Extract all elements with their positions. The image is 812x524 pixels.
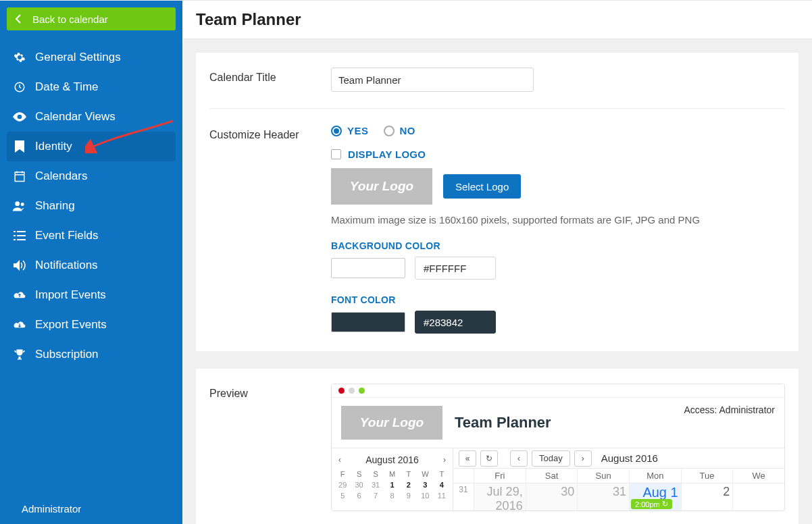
mini-day-header: W xyxy=(417,469,433,479)
display-logo-label: DISPLAY LOGO xyxy=(348,149,426,160)
week-day-header: Sat xyxy=(526,469,578,483)
preview-mini-month: ‹ August 2016 › F S S M xyxy=(332,448,453,510)
customize-header-label: Customize Header xyxy=(209,125,331,141)
sidebar: Back to calendar General Settings Date &… xyxy=(0,1,182,524)
sidebar-item-calendar-views[interactable]: Calendar Views xyxy=(0,102,182,132)
sidebar-item-label: Export Events xyxy=(35,318,107,332)
event-time: 2:00pm xyxy=(635,500,660,508)
sidebar-item-export-events[interactable]: Export Events xyxy=(0,310,182,340)
week-day-cell[interactable]: Aug 1 2:00pm ↻ xyxy=(629,483,681,510)
week-day-cell[interactable]: Jul 29, 2016 xyxy=(474,483,526,510)
clock-icon xyxy=(12,80,27,95)
svg-point-2 xyxy=(21,203,24,206)
mini-day-cell[interactable]: 4 xyxy=(434,479,450,490)
display-logo-checkbox[interactable] xyxy=(331,149,341,159)
page-header: Team Planner xyxy=(182,1,812,39)
page-title: Team Planner xyxy=(196,10,798,29)
week-day-cell[interactable] xyxy=(732,483,784,510)
sidebar-item-label: Notifications xyxy=(35,259,98,272)
week-jump-start-button[interactable]: « xyxy=(459,450,476,467)
sidebar-item-sharing[interactable]: Sharing xyxy=(0,191,182,221)
sidebar-item-label: Event Fields xyxy=(35,229,99,242)
mini-day-cell[interactable]: 31 xyxy=(367,479,384,490)
week-day-header: Tue xyxy=(681,469,733,483)
sidebar-item-general-settings[interactable]: General Settings xyxy=(0,43,182,72)
sidebar-item-label: Import Events xyxy=(35,288,106,302)
trophy-icon xyxy=(12,347,27,362)
sidebar-item-label: Calendar Views xyxy=(35,110,116,124)
calendar-icon xyxy=(12,169,27,184)
mini-day-cell[interactable]: 3 xyxy=(417,479,433,490)
chevron-left-icon xyxy=(15,14,22,24)
mini-day-header: S xyxy=(351,469,367,479)
sidebar-item-identity[interactable]: Identity xyxy=(7,132,176,161)
mini-month-label: August 2016 xyxy=(365,454,419,465)
mini-day-cell[interactable]: 2 xyxy=(401,479,417,490)
sidebar-item-calendars[interactable]: Calendars xyxy=(0,161,182,191)
mini-day-header: T xyxy=(401,469,417,479)
mini-day-cell[interactable]: 1 xyxy=(384,479,400,490)
sidebar-item-label: Identity xyxy=(35,140,72,153)
week-month-label: August 2016 xyxy=(601,452,658,464)
mini-day-cell[interactable]: 5 xyxy=(334,490,351,501)
sidebar-item-subscription[interactable]: Subscription xyxy=(0,340,182,369)
volume-icon xyxy=(12,258,27,273)
week-day-header: We xyxy=(732,469,784,483)
people-icon xyxy=(12,199,27,213)
sidebar-item-notifications[interactable]: Notifications xyxy=(0,251,182,280)
mini-day-cell[interactable]: 29 xyxy=(334,479,351,490)
mini-day-cell[interactable]: 11 xyxy=(434,490,450,501)
mini-prev-month[interactable]: ‹ xyxy=(336,454,344,466)
preview-week-view: « ↻ ‹ Today › August 2016 xyxy=(453,448,784,510)
mini-day-cell[interactable]: 10 xyxy=(417,490,433,501)
customize-header-no[interactable]: NO xyxy=(384,125,416,136)
svg-rect-6 xyxy=(17,231,26,232)
background-color-value[interactable]: #FFFFFF xyxy=(415,257,496,280)
preview-calendar-title: Team Planner xyxy=(455,414,551,431)
sidebar-item-label: General Settings xyxy=(35,51,121,64)
week-refresh-button[interactable]: ↻ xyxy=(480,450,498,467)
week-day-cell[interactable]: 31 xyxy=(577,483,629,510)
sidebar-item-label: Date & Time xyxy=(35,80,99,94)
back-label: Back to calendar xyxy=(32,14,108,25)
mini-next-month[interactable]: › xyxy=(440,454,449,466)
window-traffic-lights xyxy=(332,384,784,398)
mini-day-cell[interactable]: 7 xyxy=(367,490,384,501)
week-day-cell[interactable]: 2 xyxy=(681,483,733,510)
zoom-dot-icon xyxy=(359,388,365,394)
preview-logo-placeholder: Your Logo xyxy=(341,406,442,440)
customize-header-radio-group: YES NO xyxy=(331,125,785,136)
mini-day-cell[interactable]: 6 xyxy=(351,490,367,501)
svg-rect-3 xyxy=(14,231,16,232)
calendar-title-label: Calendar Title xyxy=(209,68,331,84)
customize-header-yes[interactable]: YES xyxy=(331,125,369,136)
week-day-cell[interactable]: 30 xyxy=(526,483,578,510)
event-pill[interactable]: 2:00pm ↻ xyxy=(631,499,672,509)
mini-day-cell[interactable]: 30 xyxy=(351,479,367,490)
minimize-dot-icon xyxy=(349,388,355,394)
sidebar-item-date-time[interactable]: Date & Time xyxy=(0,72,182,102)
font-color-value[interactable]: #283842 xyxy=(415,311,496,334)
calendar-title-input[interactable] xyxy=(331,68,534,92)
list-icon xyxy=(12,228,27,243)
back-to-calendar-button[interactable]: Back to calendar xyxy=(7,7,176,30)
svg-point-1 xyxy=(15,201,20,206)
mini-day-cell[interactable]: 8 xyxy=(384,490,400,501)
week-row-number: 31 xyxy=(453,483,474,510)
logo-placeholder: Your Logo xyxy=(331,168,432,205)
background-color-swatch[interactable] xyxy=(331,258,405,278)
main-content: Team Planner Calendar Title Customize He… xyxy=(182,1,812,524)
mini-day-header: T xyxy=(434,469,450,479)
week-day-header: Fri xyxy=(474,469,526,483)
week-today-button[interactable]: Today xyxy=(532,450,570,467)
week-prev-button[interactable]: ‹ xyxy=(510,450,528,467)
mini-day-cell[interactable]: 9 xyxy=(401,490,417,501)
logo-hint: Maximum image size is 160x160 pixels, su… xyxy=(331,214,785,226)
week-next-button[interactable]: › xyxy=(574,450,592,467)
sidebar-item-import-events[interactable]: Import Events xyxy=(0,280,182,310)
font-color-swatch[interactable] xyxy=(331,312,405,332)
cloud-upload-icon xyxy=(12,288,27,303)
select-logo-button[interactable]: Select Logo xyxy=(443,174,521,199)
preview-section-label: Preview xyxy=(209,384,331,400)
sidebar-item-event-fields[interactable]: Event Fields xyxy=(0,221,182,251)
